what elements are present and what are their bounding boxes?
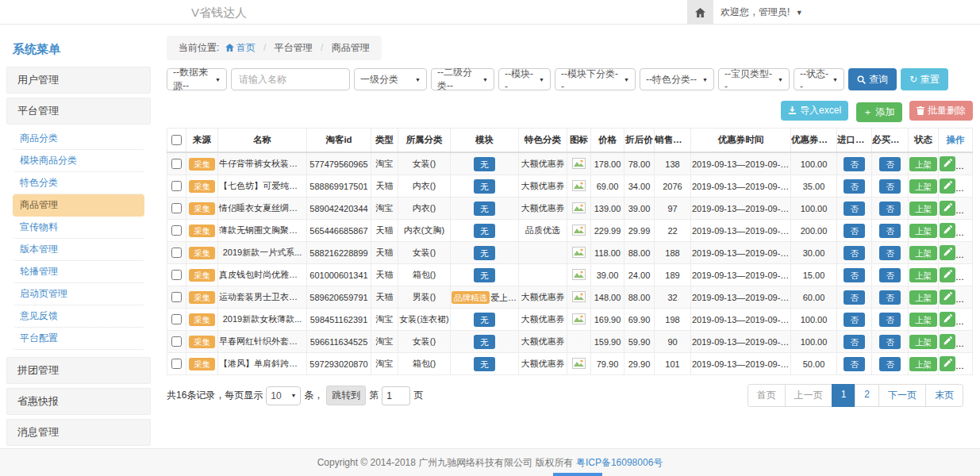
name-search-input[interactable] [231,68,350,90]
sidebar-group[interactable]: 用户管理 [6,67,151,94]
price: 139.00 [591,198,625,220]
must-buy-toggle[interactable]: 否 [879,357,901,371]
must-buy-toggle[interactable]: 否 [879,246,901,260]
edit-button[interactable] [940,356,955,371]
page-button[interactable]: 末页 [925,384,963,407]
search-button[interactable]: 查询 [848,68,897,90]
sidebar-item[interactable]: 版本管理 [13,239,144,261]
edit-button[interactable] [940,245,955,260]
edit-button[interactable] [940,267,955,282]
sidebar-group[interactable]: 省惠快报 [6,388,151,415]
status-badge[interactable]: 上架 [909,357,937,371]
import-select-toggle[interactable]: 否 [844,246,865,260]
home-button[interactable] [687,0,713,25]
edit-button[interactable] [940,201,955,216]
status-badge[interactable]: 上架 [909,202,937,216]
must-buy-toggle[interactable]: 否 [879,179,901,194]
status-badge[interactable]: 上架 [909,157,937,171]
filter-select[interactable]: --模块--▼ [498,68,551,90]
breadcrumb-home-link[interactable]: 首页 [225,42,256,53]
page-button[interactable]: 下一页 [878,384,926,407]
filter-select[interactable]: --二级分类--▼ [431,68,494,90]
per-page-select[interactable]: 10▼ [266,386,301,405]
must-buy-toggle[interactable]: 否 [879,157,901,171]
status-badge[interactable]: 上架 [909,224,937,238]
sidebar-item[interactable]: 宣传物料 [13,217,144,239]
row-checkbox[interactable] [171,225,182,236]
import-select-toggle[interactable]: 否 [844,179,865,194]
batch-delete-button[interactable]: 批量删除 [909,101,973,121]
sidebar-item[interactable]: 意见反馈 [13,305,144,328]
select-all-checkbox[interactable] [171,135,182,145]
must-buy-toggle[interactable]: 否 [879,290,901,305]
must-buy-toggle[interactable]: 否 [879,224,901,238]
status-badge[interactable]: 上架 [909,246,937,260]
must-buy-toggle[interactable]: 否 [879,313,901,327]
import-select-toggle[interactable]: 否 [844,335,865,349]
row-checkbox[interactable] [171,159,182,169]
import-select-toggle[interactable]: 否 [844,313,865,327]
edit-button[interactable] [940,290,955,305]
import-excel-button[interactable]: 导入excel [781,101,848,121]
status-badge[interactable]: 上架 [909,290,937,305]
row-checkbox[interactable] [171,314,182,324]
edit-button[interactable] [940,178,955,194]
import-select-toggle[interactable]: 否 [844,224,865,238]
page-button[interactable]: 首页 [747,384,786,407]
row-checkbox[interactable] [171,292,182,302]
edit-button[interactable] [940,156,955,171]
sidebar-group[interactable]: 拼团管理 [6,357,151,384]
row-checkbox[interactable] [171,181,182,191]
product-category: 内衣(文胸) [398,220,451,242]
sidebar-item[interactable]: 轮播管理 [13,261,144,283]
sidebar-item[interactable]: 商品管理 [13,194,144,217]
filter-select-value: --特色分类-- [646,73,697,86]
edit-button[interactable] [940,334,955,349]
filter-select[interactable]: --状态--▼ [794,68,844,90]
sidebar-group[interactable]: 平台管理 [6,98,151,125]
sidebar-group[interactable]: 消息管理 [6,419,151,446]
import-select-toggle[interactable]: 否 [844,157,865,171]
row-checkbox[interactable] [171,270,182,280]
breadcrumb-item[interactable]: 商品管理 [332,42,370,53]
row-checkbox[interactable] [171,248,182,258]
page-button[interactable]: 上一页 [785,384,832,407]
add-button[interactable]: ＋ 添加 [856,102,902,122]
page-button[interactable]: 1 [832,384,856,407]
must-buy-toggle[interactable]: 否 [879,335,901,349]
must-buy-toggle[interactable]: 否 [879,202,901,216]
row-checkbox[interactable] [171,203,182,213]
icp-link[interactable]: 粤ICP备16098006号 [576,457,663,468]
jump-to-button[interactable]: 跳转到 [326,386,366,405]
import-select-toggle[interactable]: 否 [844,357,865,371]
sidebar-item[interactable]: 平台配置 [13,328,144,350]
import-select-toggle[interactable]: 否 [844,268,865,282]
status-badge[interactable]: 上架 [909,313,937,327]
import-select-toggle[interactable]: 否 [844,202,865,216]
user-menu[interactable]: 欢迎您，管理员! ▼ [721,0,803,25]
filter-select[interactable]: --模块下分类--▼ [555,68,636,90]
filter-select[interactable]: --宝贝类型--▼ [718,68,790,90]
row-checkbox[interactable] [171,359,182,369]
breadcrumb-item[interactable]: 平台管理 [275,42,313,53]
breadcrumb: 当前位置: 首页 / 平台管理 / 商品管理 [167,36,382,60]
import-select-toggle[interactable]: 否 [844,290,865,305]
row-checkbox[interactable] [171,336,182,347]
status-badge[interactable]: 上架 [909,268,937,282]
status-badge[interactable]: 上架 [909,179,937,194]
edit-button[interactable] [940,312,955,327]
jump-page-input[interactable] [382,386,410,405]
sidebar-item[interactable]: 特色分类 [13,172,144,194]
reset-button[interactable]: ↻重置 [901,68,948,90]
filter-select[interactable]: --数据来源--▼ [167,68,227,90]
must-buy-toggle[interactable]: 否 [879,268,901,282]
status-badge[interactable]: 上架 [909,335,937,349]
filter-select[interactable]: 一级分类▼ [354,68,427,90]
sidebar-item[interactable]: 模块商品分类 [13,150,144,172]
search-icon [857,75,866,84]
sidebar-item[interactable]: 商品分类 [13,128,144,150]
edit-button[interactable] [940,223,955,238]
filter-select[interactable]: --特色分类--▼ [640,68,714,90]
page-button[interactable]: 2 [855,384,879,407]
sidebar-item[interactable]: 启动页管理 [13,283,144,305]
